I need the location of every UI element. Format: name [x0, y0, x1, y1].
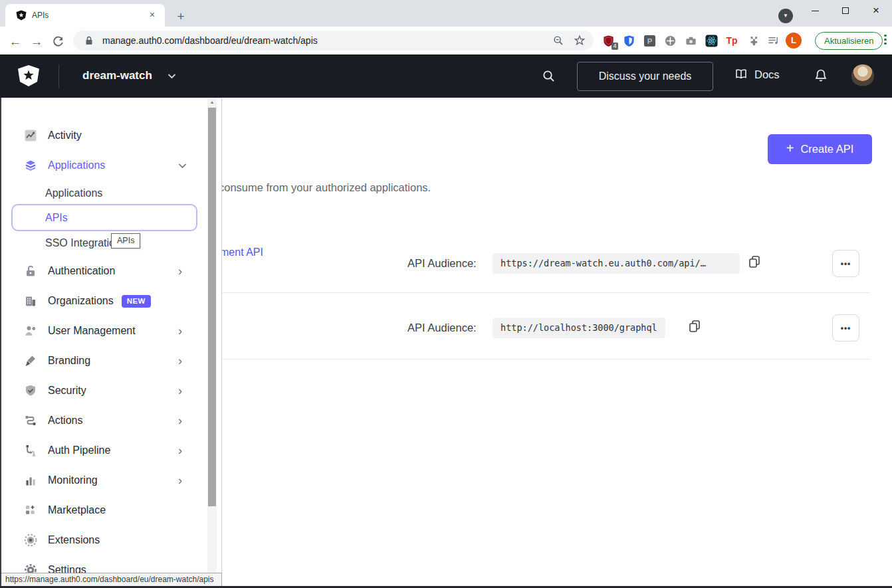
book-icon [734, 68, 748, 81]
browser-window: APIs × + ▼ × ← → manage.auth0.com/dashbo… [0, 0, 892, 588]
extensions-icon [24, 534, 37, 547]
row-menu-button[interactable]: ••• [832, 250, 859, 277]
titlebar: APIs × + ▼ × [0, 0, 892, 27]
sidebar-item-actions[interactable]: Actions › [0, 406, 206, 435]
sidebar-item-label: Activity [48, 130, 82, 142]
profile-avatar-button[interactable]: L [786, 33, 802, 49]
sidebar-item-applications[interactable]: Applications [0, 151, 206, 180]
sidebar-subitem-apis[interactable]: APIs [0, 205, 206, 231]
chevron-down-icon[interactable] [167, 74, 176, 79]
address-bar[interactable]: manage.auth0.com/dashboard/eu/dream-watc… [73, 31, 594, 50]
sidebar-item-security[interactable]: Security › [0, 376, 206, 405]
bookmark-button[interactable] [574, 35, 586, 47]
create-api-button[interactable]: + Create API [768, 134, 872, 164]
sidebar-scrollbar[interactable]: ▲ [207, 98, 217, 588]
sidebar-item-label: User Management [48, 325, 136, 337]
extension-icons: 4 P Tp [600, 27, 802, 54]
sidebar-item-organizations[interactable]: Organizations NEW [0, 286, 206, 316]
layers-icon [24, 159, 37, 172]
header-divider [58, 64, 59, 88]
activity-icon [24, 129, 37, 142]
chevron-right-icon: › [178, 444, 182, 456]
scroll-up-icon[interactable]: ▲ [207, 100, 217, 104]
url-text: manage.auth0.com/dashboard/eu/dream-watc… [102, 35, 318, 46]
flow-icon [24, 414, 37, 427]
auth0-logo[interactable] [17, 64, 40, 87]
sidebar-item-monitoring[interactable]: Monitoring › [0, 466, 206, 495]
tampermonkey-extension-icon[interactable]: Tp [724, 33, 740, 49]
sidebar-subitem-applications[interactable]: Applications [0, 181, 206, 206]
sidebar-item-activity[interactable]: Activity [0, 121, 206, 150]
user-avatar[interactable] [851, 64, 874, 87]
create-api-label: Create API [800, 143, 853, 155]
ublock-extension-icon[interactable]: 4 [600, 33, 616, 49]
sidebar-item-marketplace[interactable]: Marketplace [0, 496, 206, 525]
sidebar-item-label: Applications [48, 159, 105, 171]
app-header: dream-watch Discuss your needs Docs [0, 54, 892, 98]
row-divider [221, 292, 870, 293]
reload-button[interactable] [49, 33, 66, 50]
tab-title: APIs [32, 11, 146, 20]
bell-icon[interactable] [814, 68, 828, 84]
api-name-link[interactable]: ment API [220, 246, 263, 258]
privacy-extension-icon[interactable]: P [641, 33, 657, 49]
sidebar-item-extensions[interactable]: Extensions [0, 526, 206, 555]
browser-tab[interactable]: APIs × [5, 4, 165, 27]
plus-icon: + [786, 141, 794, 156]
sidebar-item-authentication[interactable]: Authentication › [0, 256, 206, 286]
sidebar-item-branding[interactable]: Branding › [0, 346, 206, 375]
puzzle-extensions-menu-icon[interactable] [744, 33, 760, 49]
close-button[interactable]: × [863, 1, 889, 21]
bitwarden-extension-icon[interactable] [621, 33, 637, 49]
sidebar-item-label: Actions [48, 415, 82, 427]
minimize-icon [812, 11, 819, 11]
paintbrush-icon [24, 354, 37, 367]
minimize-button[interactable] [802, 1, 828, 21]
chrome-menu-button[interactable] [883, 33, 887, 47]
building-icon [24, 294, 37, 308]
sidebar-item-label: Branding [48, 355, 90, 367]
maximize-button[interactable] [833, 1, 858, 21]
sidebar-item-auth-pipeline[interactable]: Auth Pipeline › [0, 436, 206, 465]
tenant-switcher[interactable]: dream-watch [82, 69, 152, 82]
row-menu-button[interactable]: ••• [832, 314, 859, 342]
chevron-right-icon: › [178, 325, 182, 337]
tab-close-icon[interactable]: × [146, 9, 158, 21]
forward-button[interactable]: → [28, 33, 45, 50]
move-crosshair-extension-icon[interactable] [662, 33, 678, 49]
react-devtools-extension-icon[interactable] [703, 33, 719, 49]
lock-icon [24, 264, 37, 278]
sidebar-item-user-management[interactable]: User Management › [0, 316, 206, 345]
copy-button[interactable] [687, 320, 702, 334]
new-badge: NEW [122, 295, 151, 308]
discuss-needs-button[interactable]: Discuss your needs [577, 62, 713, 91]
content-area: + Create API consume from your authorize… [0, 98, 892, 588]
auth0-favicon [16, 10, 27, 21]
copy-icon [748, 255, 761, 268]
media-playlist-extension-icon[interactable] [765, 33, 781, 49]
zoom-indicator-button[interactable] [552, 35, 564, 47]
new-tab-button[interactable]: + [173, 9, 189, 25]
copy-icon [688, 320, 701, 333]
chevron-right-icon: › [178, 265, 182, 277]
screenshot-camera-extension-icon[interactable] [683, 33, 699, 49]
download-indicator-icon[interactable]: ▼ [778, 9, 793, 23]
bar-chart-icon [24, 474, 37, 487]
sidebar: Activity Applications Applications APIs … [0, 98, 222, 588]
sidebar-item-label: Security [48, 385, 86, 397]
lock-icon [84, 35, 94, 46]
back-button[interactable]: ← [7, 33, 24, 50]
docs-link[interactable]: Docs [734, 68, 780, 81]
forward-icon: → [31, 35, 43, 48]
reload-icon [51, 35, 64, 48]
apis-tooltip: APIs [111, 233, 140, 248]
scrollbar-thumb[interactable] [208, 108, 216, 506]
sidebar-subitem-sso-integrations[interactable]: SSO Integrations [0, 231, 206, 256]
chrome-update-button[interactable]: Aktualisieren [815, 32, 883, 50]
audience-value-chip: https://dream-watch.eu.auth0.com/api/… [493, 253, 740, 274]
svg-text:P: P [647, 37, 652, 45]
copy-button[interactable] [747, 255, 762, 270]
search-icon[interactable] [542, 69, 556, 83]
star-icon [574, 35, 586, 47]
audience-value-chip: http://localhost:3000/graphql [493, 318, 665, 338]
